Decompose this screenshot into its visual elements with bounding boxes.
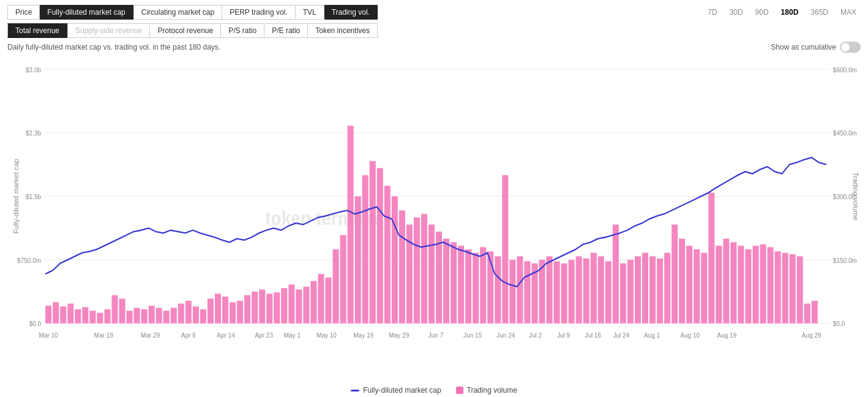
svg-rect-23 (89, 311, 95, 323)
svg-rect-70 (436, 232, 442, 323)
legend-trading-vol-label: Trading volume (467, 386, 517, 395)
svg-rect-49 (281, 288, 287, 323)
legend-line-indicator (351, 390, 359, 391)
svg-rect-86 (554, 261, 560, 323)
svg-rect-45 (252, 292, 258, 323)
svg-text:$1.5b: $1.5b (26, 192, 41, 200)
svg-rect-85 (547, 256, 553, 323)
svg-rect-102 (672, 225, 678, 323)
svg-rect-41 (222, 297, 228, 323)
svg-rect-89 (576, 256, 582, 323)
tvl-button[interactable]: TVL (296, 5, 324, 20)
time-buttons: 7D 30D 90D 180D 365D MAX (703, 6, 861, 18)
total-revenue-button[interactable]: Total revenue (7, 23, 67, 38)
svg-rect-56 (333, 249, 339, 323)
svg-rect-108 (716, 246, 722, 323)
svg-rect-17 (45, 306, 51, 323)
svg-rect-27 (119, 299, 125, 323)
svg-rect-69 (428, 225, 435, 323)
svg-rect-30 (141, 309, 148, 323)
toggle-switch[interactable] (840, 42, 861, 53)
svg-rect-100 (657, 259, 663, 323)
svg-rect-59 (355, 196, 361, 323)
svg-rect-96 (627, 260, 634, 323)
chart-area: $3.0b $2.3b $1.5b $750.0m $0.0 $600.0m $… (7, 55, 861, 380)
svg-rect-118 (790, 254, 796, 323)
svg-rect-113 (752, 246, 758, 323)
circulating-cap-button[interactable]: Circulating market cap (133, 5, 222, 20)
svg-text:Apr 23: Apr 23 (255, 331, 273, 339)
main-container: Price Fully-diluted market cap Circulati… (0, 0, 868, 397)
svg-rect-68 (421, 214, 427, 323)
svg-rect-76 (480, 247, 486, 323)
cumulative-toggle[interactable]: Show as cumulative (771, 42, 861, 53)
price-button[interactable]: Price (7, 5, 40, 20)
svg-rect-37 (193, 306, 199, 323)
svg-rect-99 (649, 256, 656, 323)
pe-ratio-button[interactable]: P/E ratio (264, 23, 308, 38)
svg-rect-26 (111, 295, 118, 323)
svg-rect-119 (797, 256, 803, 323)
supply-side-button[interactable]: Supply-side revenue (67, 23, 150, 38)
fully-diluted-button[interactable]: Fully-diluted market cap (40, 5, 133, 20)
trading-vol-button[interactable]: Trading vol. (324, 5, 378, 20)
svg-rect-31 (149, 306, 155, 323)
30d-button[interactable]: 30D (725, 6, 747, 18)
svg-rect-82 (524, 261, 530, 323)
svg-rect-72 (451, 242, 457, 323)
svg-rect-32 (156, 308, 162, 323)
svg-rect-42 (230, 302, 236, 323)
svg-rect-106 (701, 253, 707, 323)
secondary-buttons: Total revenue Supply-side revenue Protoc… (7, 23, 861, 38)
svg-text:$0.0: $0.0 (833, 320, 845, 328)
svg-rect-97 (635, 256, 641, 323)
cumulative-label: Show as cumulative (771, 43, 836, 51)
svg-text:Apr 6: Apr 6 (181, 331, 196, 339)
token-incentives-button[interactable]: Token incentives (308, 23, 378, 38)
365d-button[interactable]: 365D (806, 6, 832, 18)
svg-rect-66 (406, 225, 413, 323)
max-button[interactable]: MAX (836, 6, 861, 18)
svg-rect-53 (310, 281, 316, 323)
svg-text:Mar 10: Mar 10 (39, 331, 58, 339)
legend-trading-vol: Trading volume (456, 386, 517, 395)
svg-rect-81 (517, 256, 523, 323)
ps-ratio-button[interactable]: P/S ratio (221, 23, 264, 38)
svg-rect-50 (288, 284, 294, 323)
chart-description: Daily fully-diluted market cap vs. tradi… (7, 43, 220, 51)
svg-text:$150.0m: $150.0m (833, 256, 857, 264)
svg-rect-47 (266, 293, 272, 323)
svg-rect-58 (348, 126, 354, 323)
svg-rect-60 (362, 175, 369, 323)
svg-rect-33 (163, 311, 170, 323)
legend-bar-indicator (456, 387, 463, 394)
svg-rect-52 (303, 287, 309, 323)
svg-rect-92 (598, 256, 604, 323)
svg-rect-114 (760, 244, 766, 323)
svg-text:May 1: May 1 (284, 331, 301, 339)
svg-text:Aug 29: Aug 29 (802, 331, 821, 339)
svg-rect-115 (768, 247, 774, 323)
svg-rect-110 (730, 242, 736, 323)
svg-rect-22 (82, 307, 88, 323)
svg-text:Aug 19: Aug 19 (717, 331, 736, 339)
description-row: Daily fully-diluted market cap vs. tradi… (7, 42, 861, 53)
svg-rect-63 (384, 186, 391, 323)
180d-button[interactable]: 180D (777, 6, 803, 18)
svg-rect-25 (104, 309, 110, 323)
svg-rect-44 (244, 295, 250, 323)
svg-rect-117 (782, 253, 788, 323)
svg-rect-61 (370, 161, 376, 323)
svg-rect-57 (340, 235, 346, 323)
90d-button[interactable]: 90D (751, 6, 773, 18)
svg-rect-75 (473, 253, 479, 323)
protocol-revenue-button[interactable]: Protocol revenue (150, 23, 221, 38)
7d-button[interactable]: 7D (703, 6, 721, 18)
svg-rect-107 (708, 193, 714, 323)
primary-buttons: Price Fully-diluted market cap Circulati… (7, 5, 378, 20)
svg-rect-88 (569, 260, 575, 323)
svg-text:Jun 15: Jun 15 (463, 331, 482, 339)
svg-rect-20 (67, 304, 73, 323)
perp-trading-button[interactable]: PERP trading vol. (222, 5, 296, 20)
svg-rect-103 (679, 239, 685, 323)
